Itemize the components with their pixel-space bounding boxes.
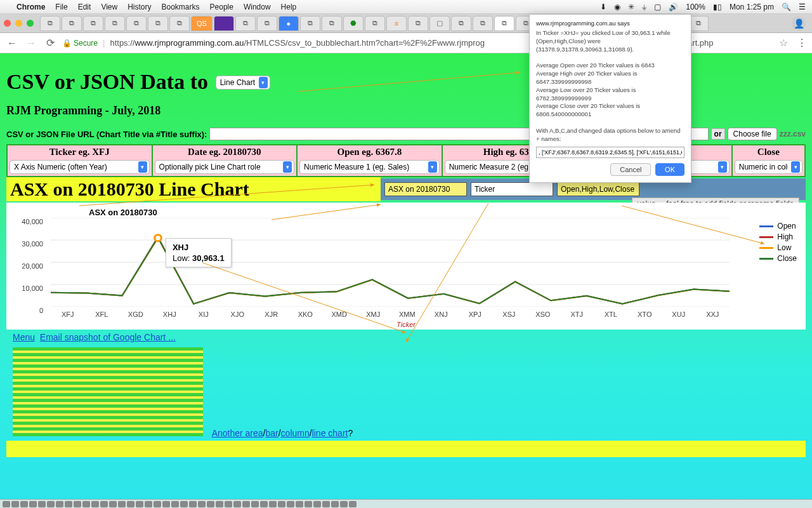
another-link[interactable]: Another <box>212 428 246 438</box>
browser-tab[interactable]: ⧉ <box>40 16 60 31</box>
bar-link[interactable]: bar <box>265 428 278 438</box>
secure-indicator[interactable]: 🔒 Secure <box>62 39 98 48</box>
menu-edit[interactable]: Edit <box>78 3 91 11</box>
menu-window[interactable]: Window <box>244 3 271 11</box>
chart-heading-banner: ASX on 20180730 Line Chart <box>6 177 381 201</box>
battery-label: 100% <box>686 3 705 11</box>
browser-tab[interactable]: ⧉ <box>105 16 125 31</box>
col-role-select[interactable]: Optionally pick Line Chart role <box>155 160 295 174</box>
browser-tab[interactable]: ⧉ <box>235 16 256 31</box>
close-window-icon[interactable] <box>4 20 11 27</box>
browser-tab[interactable]: ⧉ <box>126 16 147 31</box>
reload-button[interactable]: ⟳ <box>43 36 57 50</box>
browser-tab[interactable]: ● <box>278 16 299 31</box>
clock[interactable]: Mon 1:25 pm <box>730 3 774 11</box>
col-header: Ticker eg. XFJ <box>8 145 152 159</box>
browser-tab[interactable]: ⧉ <box>473 16 493 31</box>
col-header: Close <box>733 145 804 159</box>
svg-point-5 <box>155 235 162 241</box>
chart-x-axis-label: Ticker <box>396 321 416 328</box>
bookmark-star-icon[interactable]: ☆ <box>779 37 788 49</box>
browser-tab[interactable]: ⧉ <box>300 16 320 31</box>
alert-domain: www.rjmprogramming.com.au says <box>536 20 684 27</box>
chart-inner-title: ASX on 20180730 <box>89 208 157 217</box>
chart-x-axis: XFJXFLXGDXHJXIJXJOXJRXKOXMDXMJXMMXNJXPJX… <box>51 311 730 318</box>
alert-message: In Ticker =XHJ= you clicked Low of 30,96… <box>536 29 684 143</box>
zoom-window-icon[interactable] <box>27 20 34 27</box>
js-prompt-dialog: www.rjmprogramming.com.au says In Ticker… <box>529 14 691 183</box>
browser-tab[interactable]: ⧉ <box>322 16 342 31</box>
alert-input[interactable] <box>536 147 684 158</box>
profile-avatar-icon[interactable]: 👤 <box>792 17 806 30</box>
series-names-input[interactable] <box>557 182 639 196</box>
col-role-select[interactable]: Numeric in colu <box>735 160 802 174</box>
col-role-select[interactable]: X Axis Numeric (often Year) <box>10 160 150 174</box>
macos-menubar: Chrome File Edit View History Bookmarks … <box>0 0 812 14</box>
col-role-select[interactable]: Numeric Measure 1 (eg. Sales) <box>299 160 440 174</box>
browser-tab[interactable]: ⧉ <box>408 16 428 31</box>
menubar-app[interactable]: Chrome <box>16 3 45 11</box>
chart-plot-area[interactable] <box>51 218 730 307</box>
column-link[interactable]: column <box>281 428 310 438</box>
footer-strip <box>6 441 806 457</box>
snapshot-thumbnail[interactable] <box>13 347 203 436</box>
menu-view[interactable]: View <box>101 3 117 11</box>
menu-icon[interactable]: ☰ <box>799 3 806 11</box>
download-icon[interactable]: ⬇ <box>600 3 606 11</box>
page-title: CSV or JSON Data to <box>6 70 208 94</box>
chart-y-axis: 40,000 30,000 20,000 10,000 0 <box>15 218 47 307</box>
browser-tab[interactable]: ⧉ <box>451 16 471 31</box>
menu-bookmarks[interactable]: Bookmarks <box>162 3 200 11</box>
chart-heading: ASX on 20180730 Line Chart <box>10 178 377 200</box>
chrome-menu-icon[interactable]: ⋮ <box>797 37 807 49</box>
airplay-icon[interactable]: ▢ <box>654 3 661 11</box>
back-button[interactable]: ← <box>5 36 19 50</box>
minimize-window-icon[interactable] <box>15 20 22 27</box>
menu-file[interactable]: File <box>55 3 67 11</box>
browser-tab[interactable]: ▢ <box>429 16 450 31</box>
or-label: or <box>711 128 725 140</box>
browser-tab[interactable]: ≡ <box>386 16 407 31</box>
browser-tab[interactable]: ⧉ <box>169 16 190 31</box>
macos-dock[interactable] <box>0 499 812 508</box>
window-controls[interactable] <box>4 20 34 27</box>
browser-tab[interactable]: ⧉ <box>62 16 82 31</box>
chart-tooltip: XHJ Low: 30,963.1 <box>166 238 232 267</box>
x-axis-name-input[interactable] <box>471 182 553 196</box>
volume-icon[interactable]: 🔊 <box>669 3 678 11</box>
col-header: Date eg. 20180730 <box>153 145 297 159</box>
sync-icon[interactable]: ◉ <box>614 3 620 11</box>
spotlight-icon[interactable]: 🔍 <box>782 3 791 11</box>
menu-history[interactable]: History <box>128 3 151 11</box>
chart-title-input[interactable] <box>384 182 467 196</box>
browser-tab[interactable]: ⬣ <box>343 16 363 31</box>
browser-tab[interactable]: ⧉ <box>365 16 385 31</box>
antivirus-icon[interactable]: ✳ <box>628 3 634 11</box>
chosen-filename: zzz.csv <box>780 130 806 138</box>
browser-tab[interactable]: ⧉ <box>257 16 277 31</box>
menu-link[interactable]: Menu <box>13 332 35 342</box>
area-link[interactable]: area <box>246 428 263 438</box>
file-url-label: CSV or JSON File URL (Chart Title via #T… <box>6 130 207 139</box>
col-header: Open eg. 6367.8 <box>298 145 442 159</box>
browser-tab[interactable]: ⧉ <box>148 16 168 31</box>
alert-ok-button[interactable]: OK <box>655 163 684 176</box>
browser-tab[interactable]: ⧉ <box>83 16 103 31</box>
email-snapshot-link[interactable]: Email snapshot of Google Chart ... <box>40 332 176 342</box>
browser-tab[interactable]: QS <box>191 16 213 31</box>
alert-cancel-button[interactable]: Cancel <box>610 163 651 176</box>
browser-tab-active[interactable]: ⧉ <box>494 16 514 31</box>
another-chart-links: Another area/bar/column/line chart? <box>212 428 353 438</box>
choose-file-button[interactable]: Choose file <box>728 128 777 140</box>
chart-links: Menu Email snapshot of Google Chart ... <box>6 330 806 345</box>
chart-type-select[interactable]: Line Chart <box>216 76 270 90</box>
line-link[interactable]: line chart <box>312 428 348 438</box>
wifi-icon[interactable]: ⏚ <box>642 3 646 11</box>
forward-button[interactable]: → <box>24 36 38 50</box>
browser-tab[interactable] <box>214 16 234 31</box>
menu-help[interactable]: Help <box>281 3 297 11</box>
line-chart[interactable]: ASX on 20180730 40,000 30,000 20,000 10,… <box>6 203 806 330</box>
chart-legend: Open High Low Close <box>759 222 797 265</box>
battery-icon: ▮▯ <box>713 3 722 11</box>
menu-people[interactable]: People <box>210 3 233 11</box>
